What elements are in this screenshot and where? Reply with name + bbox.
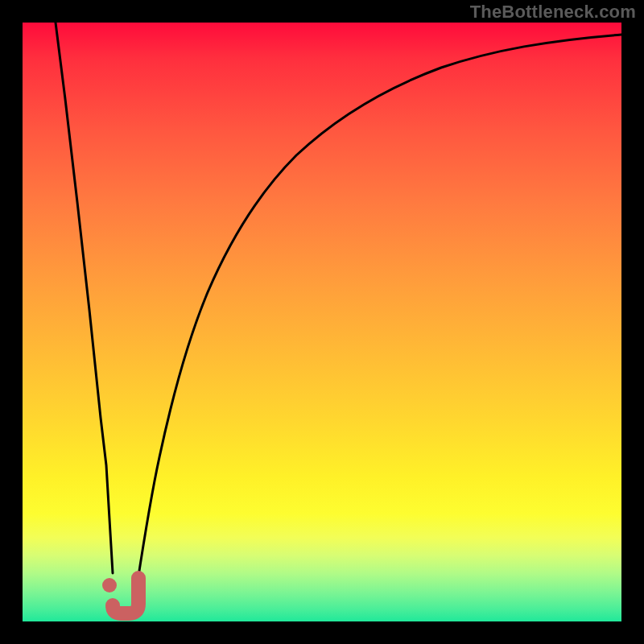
data-marker: [102, 578, 138, 613]
marker-dot: [102, 578, 117, 592]
curve-right-branch: [136, 35, 621, 592]
curve-layer: [23, 23, 621, 621]
curve-left-branch: [56, 23, 113, 573]
watermark-text: TheBottleneck.com: [470, 2, 636, 23]
chart-frame: TheBottleneck.com: [0, 0, 644, 644]
plot-area: [23, 23, 621, 621]
marker-j-shape: [113, 578, 138, 613]
